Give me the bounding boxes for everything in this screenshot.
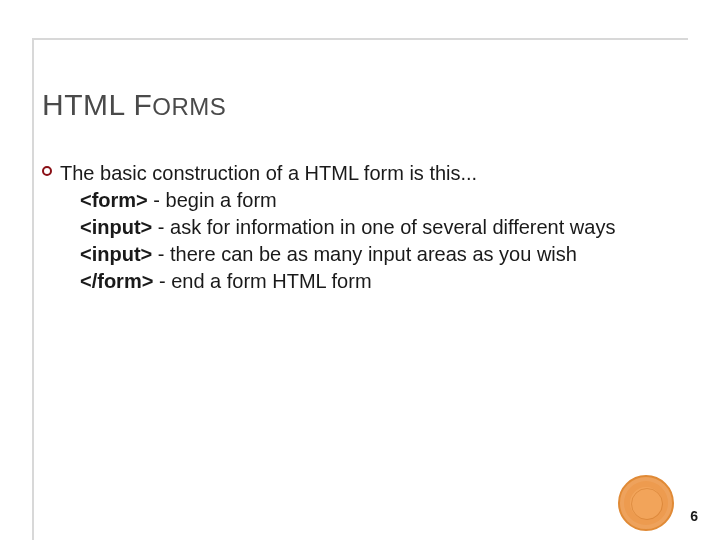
slide-body: The basic construction of a HTML form is… bbox=[42, 160, 670, 297]
sep: - bbox=[152, 216, 170, 238]
desc-text: begin a form bbox=[166, 189, 277, 211]
intro-text: The basic construction of a HTML form is… bbox=[60, 162, 477, 184]
bullet-text: The basic construction of a HTML form is… bbox=[60, 160, 670, 295]
code-line: <input> - there can be as many input are… bbox=[60, 241, 670, 268]
tag-text: <input> bbox=[80, 243, 152, 265]
desc-text: ask for information in one of several di… bbox=[170, 216, 615, 238]
sep: - bbox=[148, 189, 166, 211]
tag-text: <form> bbox=[80, 189, 148, 211]
bullet-ring-icon bbox=[42, 166, 52, 176]
code-line: <input> - ask for information in one of … bbox=[60, 214, 670, 241]
slide-left-rule bbox=[32, 38, 34, 540]
sep: - bbox=[152, 243, 170, 265]
title-main: HTML F bbox=[42, 88, 152, 121]
sep: - bbox=[153, 270, 171, 292]
code-line: </form> - end a form HTML form bbox=[80, 268, 670, 295]
decorative-circle-icon bbox=[618, 475, 674, 531]
title-smallcaps: ORMS bbox=[152, 93, 226, 120]
tag-text: <input> bbox=[80, 216, 152, 238]
desc-text: there can be as many input areas as you … bbox=[170, 243, 577, 265]
bullet-item: The basic construction of a HTML form is… bbox=[42, 160, 670, 295]
page-number: 6 bbox=[690, 508, 698, 524]
slide-title: HTML FORMS bbox=[42, 88, 226, 122]
slide-top-rule bbox=[32, 38, 688, 40]
code-line: <form> - begin a form bbox=[80, 187, 670, 214]
desc-text: end a form HTML form bbox=[171, 270, 371, 292]
tag-text: </form> bbox=[80, 270, 153, 292]
